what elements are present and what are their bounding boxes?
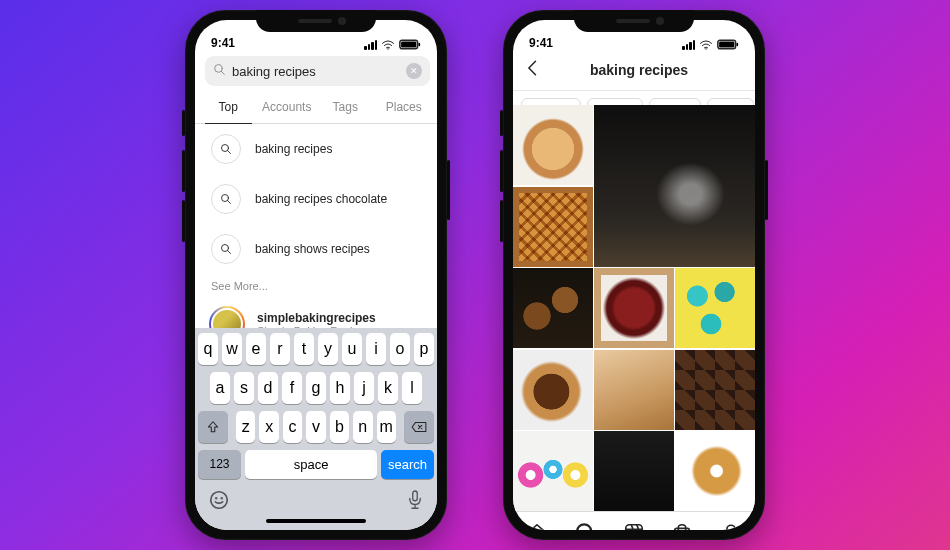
nav-reels[interactable] [623,522,645,531]
avatar [209,306,245,328]
suggestion-text: baking recipes chocolate [255,192,387,206]
nav-home[interactable] [526,522,548,531]
bottom-nav [513,511,755,530]
nav-profile[interactable] [720,522,742,531]
search-field[interactable]: ✕ [205,56,430,86]
key-g[interactable]: g [306,372,326,404]
grid-thumb[interactable] [513,105,593,185]
key-e[interactable]: e [246,333,266,365]
key-k[interactable]: k [378,372,398,404]
grid-thumb[interactable] [513,268,593,348]
tab-top[interactable]: Top [199,92,258,123]
search-icon [211,134,241,164]
key-h[interactable]: h [330,372,350,404]
grid-thumb[interactable] [513,187,593,267]
svg-point-0 [387,48,388,49]
status-time: 9:41 [529,36,553,50]
grid-thumb[interactable] [594,431,674,511]
svg-rect-3 [401,42,416,48]
chip-cookie[interactable]: cookie [587,98,643,105]
space-key[interactable]: space [245,450,377,479]
grid-thumb[interactable] [513,350,593,430]
account-row[interactable]: simplebakingrecipes Simple Baking Recipe… [195,300,437,328]
key-q[interactable]: q [198,333,218,365]
page-title: baking recipes [533,62,745,78]
svg-point-19 [727,525,735,530]
grid-thumb[interactable] [675,268,755,348]
numbers-key[interactable]: 123 [198,450,241,479]
tab-places[interactable]: Places [375,92,434,123]
grid-thumb[interactable] [594,268,674,348]
tab-tags[interactable]: Tags [316,92,375,123]
key-w[interactable]: w [222,333,242,365]
key-y[interactable]: y [318,333,338,365]
tab-accounts[interactable]: Accounts [258,92,317,123]
suggestion-row[interactable]: baking shows recipes [195,224,437,274]
key-c[interactable]: c [283,411,302,443]
svg-point-16 [577,524,591,530]
account-username: simplebakingrecipes [257,311,376,325]
key-v[interactable]: v [306,411,325,443]
grid-thumb-large[interactable] [594,105,755,267]
key-u[interactable]: u [342,333,362,365]
svg-rect-14 [736,43,738,46]
key-b[interactable]: b [330,411,349,443]
chip-cake[interactable]: cake [707,98,754,105]
phone-right: 9:41 baking recipes dessert cookie batte… [503,10,765,540]
home-indicator[interactable] [266,519,366,523]
key-r[interactable]: r [270,333,290,365]
key-o[interactable]: o [390,333,410,365]
emoji-key[interactable] [208,489,230,515]
key-z[interactable]: z [236,411,255,443]
clear-icon[interactable]: ✕ [406,63,422,79]
see-more-link[interactable]: See More... [195,274,437,300]
dictation-key[interactable] [406,489,424,515]
grid-thumb[interactable] [513,431,593,511]
svg-point-12 [705,48,706,49]
key-p[interactable]: p [414,333,434,365]
chip-batter[interactable]: batter [649,98,701,105]
key-x[interactable]: x [259,411,278,443]
status-time: 9:41 [211,36,235,50]
phone-left: 9:41 ✕ Cancel Top Accounts Tags Places [185,10,447,540]
search-icon [213,62,226,80]
nav-search[interactable] [575,522,597,531]
svg-rect-18 [675,528,690,530]
chip-dessert[interactable]: dessert [521,98,581,105]
suggestion-text: baking recipes [255,142,332,156]
search-tabs: Top Accounts Tags Places [195,92,437,124]
key-j[interactable]: j [354,372,374,404]
key-i[interactable]: i [366,333,386,365]
battery-icon [399,39,421,50]
key-m[interactable]: m [377,411,396,443]
key-a[interactable]: a [210,372,230,404]
key-d[interactable]: d [258,372,278,404]
grid-thumb[interactable] [594,350,674,430]
notch [574,10,694,32]
filter-chips: dessert cookie batter cake [513,91,755,105]
explore-grid [513,105,755,511]
key-s[interactable]: s [234,372,254,404]
backspace-key[interactable] [404,411,434,443]
signal-icon [682,40,695,50]
search-input[interactable] [232,64,400,79]
search-icon [211,234,241,264]
key-l[interactable]: l [402,372,422,404]
key-n[interactable]: n [353,411,372,443]
grid-thumb[interactable] [675,431,755,511]
search-key[interactable]: search [381,450,434,479]
suggestion-row[interactable]: baking recipes chocolate [195,174,437,224]
key-f[interactable]: f [282,372,302,404]
keyboard: qwertyuiop asdfghjkl zxcvbnm 123 space s… [195,328,437,530]
svg-point-8 [211,492,228,509]
svg-rect-11 [413,491,418,501]
svg-point-10 [221,498,222,499]
grid-thumb[interactable] [675,350,755,430]
signal-icon [364,40,377,50]
shift-key[interactable] [198,411,228,443]
nav-shop[interactable] [671,522,693,531]
suggestion-text: baking shows recipes [255,242,370,256]
suggestion-row[interactable]: baking recipes [195,124,437,174]
svg-rect-2 [418,43,420,46]
key-t[interactable]: t [294,333,314,365]
